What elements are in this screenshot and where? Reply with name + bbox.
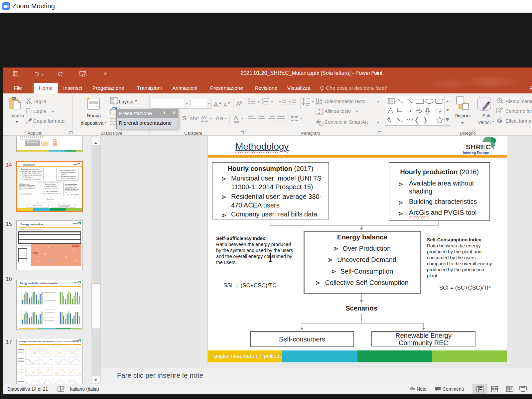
svg-text:A: A xyxy=(320,98,323,103)
